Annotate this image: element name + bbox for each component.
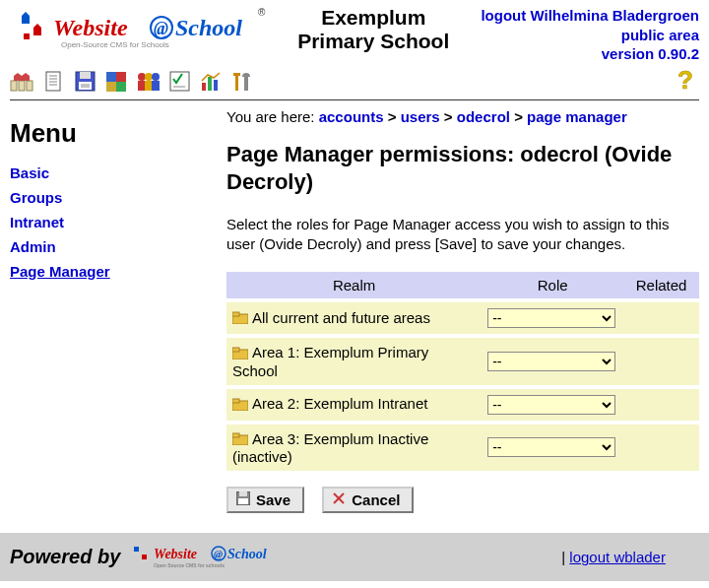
svg-rect-38 — [233, 73, 240, 76]
checklist-icon[interactable] — [167, 70, 193, 94]
folder-icon — [232, 346, 248, 362]
svg-point-26 — [138, 73, 146, 81]
svg-text:@: @ — [154, 19, 168, 38]
svg-text:?: ? — [677, 69, 693, 95]
logout-link[interactable]: logout Wilhelmina Bladergroen — [481, 7, 699, 24]
breadcrumb: You are here: accounts > users > odecrol… — [226, 108, 699, 125]
table-row: Area 2: Exemplum Intranet -- — [226, 387, 699, 423]
th-related: Related — [623, 272, 699, 300]
version-link[interactable]: version 0.90.2 — [602, 45, 699, 62]
menu-title: Menu — [10, 118, 217, 149]
svg-text:School: School — [227, 547, 267, 561]
svg-rect-43 — [232, 348, 239, 352]
svg-rect-41 — [232, 312, 239, 316]
permissions-table: Realm Role Related All current and futur… — [226, 272, 699, 471]
svg-point-30 — [152, 73, 160, 81]
svg-marker-10 — [14, 73, 22, 81]
svg-rect-29 — [145, 81, 153, 91]
role-select[interactable]: -- — [487, 437, 615, 457]
sidebar-item-admin[interactable]: Admin — [10, 238, 56, 255]
role-select[interactable]: -- — [487, 352, 615, 371]
footer-logout-link[interactable]: logout wblader — [569, 549, 666, 565]
toolbar: ? — [0, 68, 709, 99]
folder-icon — [232, 431, 248, 448]
breadcrumb-prefix: You are here: — [226, 108, 319, 125]
svg-rect-22 — [106, 72, 116, 82]
public-area-link[interactable]: public area — [621, 27, 699, 43]
save-label: Save — [256, 491, 290, 508]
breadcrumb-accounts[interactable]: accounts — [319, 108, 384, 125]
realm-label: Area 3: Exemplum Inactive (inactive) — [232, 430, 428, 466]
puzzle-icon[interactable] — [104, 70, 130, 94]
svg-rect-32 — [170, 72, 189, 91]
th-role: Role — [482, 272, 623, 300]
sidebar-item-groups[interactable]: Groups — [10, 189, 62, 206]
people-icon[interactable] — [136, 70, 161, 94]
svg-rect-18 — [80, 72, 91, 79]
school-name-2: Primary School — [266, 30, 481, 53]
svg-rect-27 — [138, 81, 146, 91]
sidebar: Menu Basic Groups Intranet Admin Page Ma… — [10, 108, 217, 514]
tools-icon[interactable] — [230, 70, 256, 94]
save-button[interactable]: Save — [226, 487, 304, 513]
breadcrumb-page-manager[interactable]: page manager — [527, 108, 627, 125]
table-row: Area 3: Exemplum Inactive (inactive) -- — [226, 423, 699, 472]
svg-rect-50 — [238, 498, 248, 504]
svg-rect-7 — [11, 81, 17, 91]
role-select[interactable]: -- — [487, 308, 615, 328]
footer: Powered by Website @ School Open Source … — [0, 533, 709, 581]
svg-rect-25 — [116, 82, 126, 92]
svg-rect-47 — [232, 433, 239, 437]
sidebar-item-basic[interactable]: Basic — [10, 164, 49, 181]
folder-icon — [232, 310, 248, 327]
page-description: Select the roles for Page Manager access… — [226, 215, 699, 255]
table-row: All current and future areas -- — [226, 300, 699, 336]
svg-text:Open-Source CMS for Schools: Open-Source CMS for Schools — [61, 40, 169, 49]
cancel-label: Cancel — [352, 491, 400, 508]
svg-rect-49 — [239, 491, 247, 496]
role-select[interactable]: -- — [487, 395, 615, 415]
help-icon[interactable]: ? — [674, 70, 699, 94]
svg-rect-35 — [208, 77, 212, 91]
sidebar-item-page-manager[interactable]: Page Manager — [10, 263, 110, 280]
svg-rect-8 — [19, 81, 25, 91]
realm-label: All current and future areas — [252, 309, 430, 326]
powered-by-label: Powered by — [10, 546, 120, 568]
svg-rect-36 — [214, 80, 218, 91]
breadcrumb-users[interactable]: users — [401, 108, 440, 125]
svg-text:Open Source CMS for schools: Open Source CMS for schools — [154, 562, 225, 568]
svg-rect-45 — [232, 399, 239, 403]
school-name-1: Exemplum — [266, 6, 481, 30]
svg-text:Website: Website — [53, 15, 128, 40]
svg-text:@: @ — [214, 548, 223, 559]
realm-label: Area 2: Exemplum Intranet — [252, 395, 427, 412]
folder-icon — [232, 397, 248, 414]
svg-point-28 — [145, 73, 153, 81]
breadcrumb-odecrol[interactable]: odecrol — [457, 108, 510, 125]
save-disk-icon[interactable] — [73, 70, 98, 94]
cancel-button[interactable]: Cancel — [322, 487, 414, 513]
realm-label: Area 1: Exemplum Primary School — [232, 344, 428, 379]
stats-icon[interactable] — [199, 70, 225, 94]
svg-marker-11 — [22, 73, 30, 81]
svg-text:®: ® — [258, 7, 266, 18]
logo: Website @ School ® Open-Source CMS for S… — [10, 6, 266, 60]
th-realm: Realm — [226, 272, 482, 300]
svg-rect-31 — [152, 81, 160, 91]
document-icon[interactable] — [41, 70, 67, 94]
sidebar-item-intranet[interactable]: Intranet — [10, 214, 64, 230]
footer-logo: Website @ School Open Source CMS for sch… — [128, 541, 286, 573]
save-disk-icon — [236, 491, 250, 508]
svg-text:Website: Website — [154, 547, 197, 561]
table-row: Area 1: Exemplum Primary School -- — [226, 336, 699, 387]
svg-rect-19 — [79, 82, 92, 90]
page-title: Page Manager permissions: odecrol (Ovide… — [226, 141, 699, 197]
svg-rect-34 — [202, 83, 206, 91]
cancel-x-icon — [332, 491, 346, 508]
svg-rect-24 — [106, 82, 116, 92]
home-icon[interactable] — [10, 70, 35, 94]
svg-rect-9 — [27, 81, 32, 91]
svg-text:School: School — [175, 15, 242, 40]
svg-rect-23 — [116, 72, 126, 82]
